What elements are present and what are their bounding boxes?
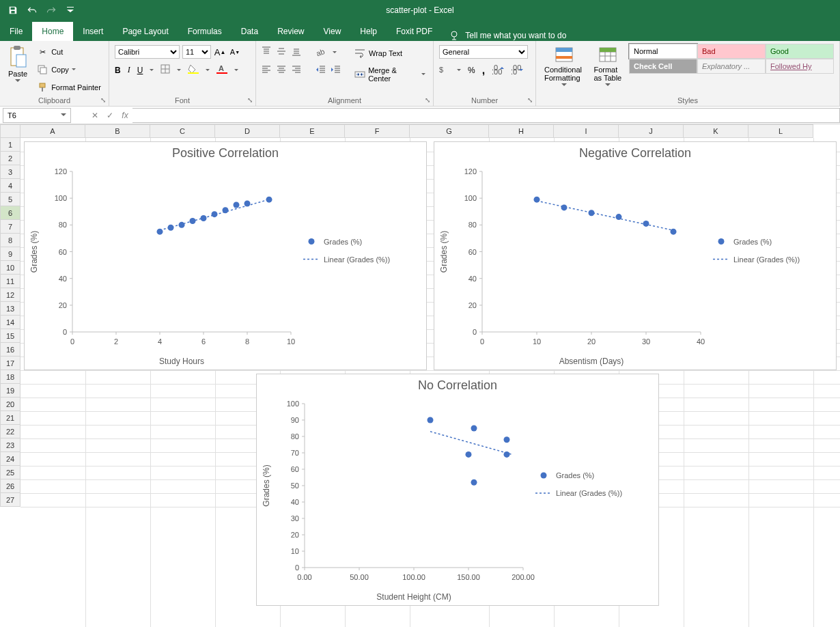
increase-decimal-icon[interactable]: .0.00	[492, 65, 504, 76]
accounting-icon[interactable]: $	[439, 65, 450, 76]
underline-button[interactable]: U	[137, 66, 143, 75]
format-painter-button[interactable]: Format Painter	[34, 81, 103, 94]
column-header[interactable]: G	[410, 124, 489, 138]
style-explanatory[interactable]: Explanatory ...	[697, 59, 766, 74]
tab-home[interactable]: Home	[32, 22, 73, 41]
column-header[interactable]: L	[748, 124, 813, 138]
row-header[interactable]: 21	[0, 411, 20, 425]
undo-icon[interactable]	[26, 4, 38, 16]
increase-font-icon[interactable]: A▲	[214, 46, 226, 58]
row-header[interactable]: 8	[0, 234, 20, 247]
row-header[interactable]: 13	[0, 302, 20, 316]
format-as-table-button[interactable]: Format as Table	[591, 44, 625, 87]
worksheet-grid[interactable]: 1234567891011121314151617181920212223242…	[0, 138, 840, 627]
tab-page-layout[interactable]: Page Layout	[113, 22, 178, 41]
formula-input[interactable]	[132, 108, 840, 123]
row-header[interactable]: 6	[0, 206, 20, 220]
style-good[interactable]: Good	[766, 44, 834, 59]
comma-icon[interactable]: ,	[482, 64, 485, 76]
column-header[interactable]: F	[345, 124, 410, 138]
style-followed-hyperlink[interactable]: Followed Hy	[766, 59, 834, 74]
percent-icon[interactable]: %	[468, 66, 475, 75]
style-check-cell[interactable]: Check Cell	[629, 59, 697, 74]
tab-view[interactable]: View	[314, 22, 351, 41]
row-header[interactable]: 9	[0, 247, 20, 261]
align-left-icon[interactable]	[262, 65, 271, 76]
tab-insert[interactable]: Insert	[73, 22, 113, 41]
paste-button[interactable]: Paste	[5, 44, 30, 83]
row-header[interactable]: 23	[0, 438, 20, 452]
row-header[interactable]: 18	[0, 370, 20, 384]
row-header[interactable]: 4	[0, 179, 20, 193]
tab-foxit[interactable]: Foxit PDF	[387, 22, 442, 41]
row-header[interactable]: 10	[0, 261, 20, 275]
tell-me[interactable]: Tell me what you want to do	[442, 30, 573, 41]
row-header[interactable]: 20	[0, 398, 20, 411]
italic-button[interactable]: I	[128, 65, 130, 75]
decrease-indent-icon[interactable]	[316, 65, 326, 76]
column-header[interactable]: I	[554, 124, 619, 138]
fill-color-button[interactable]	[188, 64, 199, 76]
chart-no-correlation[interactable]: No Correlation 01020304050607080901000.0…	[256, 374, 659, 606]
row-header[interactable]: 25	[0, 466, 20, 479]
conditional-formatting-button[interactable]: Conditional Formatting	[542, 44, 587, 87]
enter-icon[interactable]: ✓	[102, 108, 117, 123]
chart-positive-correlation[interactable]: Positive Correlation 0204060801001200246…	[24, 141, 427, 370]
decrease-font-icon[interactable]: A▼	[229, 46, 241, 58]
column-header[interactable]: A	[20, 124, 85, 138]
fx-icon[interactable]: fx	[117, 108, 132, 123]
copy-button[interactable]: Copy	[34, 63, 103, 76]
tab-file[interactable]: File	[0, 22, 32, 41]
qat-customize-icon[interactable]	[64, 4, 76, 16]
chart-negative-correlation[interactable]: Negative Correlation 0204060801001200102…	[434, 141, 837, 370]
borders-button[interactable]	[160, 64, 170, 76]
column-header[interactable]: J	[619, 124, 684, 138]
column-header[interactable]: D	[215, 124, 280, 138]
row-header[interactable]: 7	[0, 220, 20, 234]
style-normal[interactable]: Normal	[629, 44, 697, 59]
column-header[interactable]: K	[684, 124, 748, 138]
cancel-icon[interactable]: ✕	[87, 108, 102, 123]
orientation-icon[interactable]: ab	[316, 46, 327, 58]
column-header[interactable]: C	[150, 124, 215, 138]
column-header[interactable]: E	[280, 124, 345, 138]
decrease-decimal-icon[interactable]: .00.0	[511, 65, 523, 76]
row-header[interactable]: 17	[0, 357, 20, 370]
align-top-icon[interactable]	[262, 46, 271, 58]
row-header[interactable]: 24	[0, 452, 20, 466]
wrap-text-button[interactable]: Wrap Text	[352, 46, 428, 60]
row-header[interactable]: 22	[0, 425, 20, 438]
font-launcher-icon[interactable]: ⤡	[247, 96, 253, 104]
row-header[interactable]: 16	[0, 343, 20, 357]
font-size-select[interactable]: 11	[182, 45, 211, 59]
name-box[interactable]: T6	[3, 108, 71, 123]
tab-data[interactable]: Data	[232, 22, 268, 41]
column-header[interactable]: H	[489, 124, 554, 138]
clipboard-launcher-icon[interactable]: ⤡	[100, 96, 106, 104]
cut-button[interactable]: ✂Cut	[34, 45, 103, 59]
row-header[interactable]: 5	[0, 193, 20, 206]
align-center-icon[interactable]	[277, 65, 286, 76]
align-bottom-icon[interactable]	[292, 46, 301, 58]
font-name-select[interactable]: Calibri	[115, 45, 180, 59]
merge-center-button[interactable]: Merge & Center	[352, 66, 428, 83]
tab-help[interactable]: Help	[350, 22, 387, 41]
row-header[interactable]: 15	[0, 329, 20, 343]
increase-indent-icon[interactable]	[331, 65, 341, 76]
redo-icon[interactable]	[45, 4, 57, 16]
row-header[interactable]: 1	[0, 138, 20, 152]
row-header[interactable]: 11	[0, 275, 20, 288]
row-header[interactable]: 19	[0, 384, 20, 398]
column-header[interactable]: B	[85, 124, 150, 138]
align-right-icon[interactable]	[292, 65, 301, 76]
row-header[interactable]: 2	[0, 152, 20, 165]
number-launcher-icon[interactable]: ⤡	[527, 96, 533, 104]
row-header[interactable]: 27	[0, 493, 20, 507]
row-header[interactable]: 3	[0, 165, 20, 179]
number-format-select[interactable]: General	[439, 45, 528, 59]
tab-review[interactable]: Review	[268, 22, 313, 41]
style-bad[interactable]: Bad	[697, 44, 766, 59]
row-header[interactable]: 14	[0, 316, 20, 329]
save-icon[interactable]	[7, 4, 19, 16]
bold-button[interactable]: B	[115, 66, 121, 75]
